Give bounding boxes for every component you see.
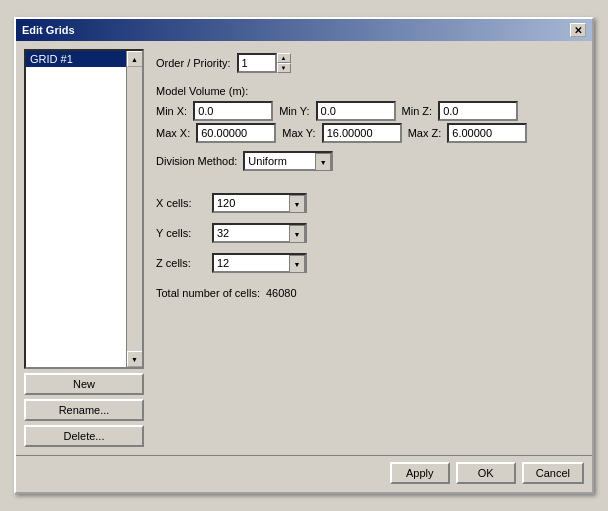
min-x-input[interactable] (193, 101, 273, 121)
delete-button[interactable]: Delete... (24, 425, 144, 447)
max-y-input[interactable] (322, 123, 402, 143)
max-x-input[interactable] (196, 123, 276, 143)
max-z-label: Max Z: (408, 127, 442, 139)
left-panel: GRID #1 ▲ ▼ New Rename... Delete... (24, 49, 144, 447)
model-volume-label: Model Volume (m): (156, 85, 248, 97)
order-increment-button[interactable]: ▲ (277, 53, 291, 63)
grid-list[interactable]: GRID #1 ▲ ▼ (24, 49, 144, 369)
z-cells-select[interactable]: 6 8 10 12 16 (212, 253, 307, 273)
min-y-label: Min Y: (279, 105, 309, 117)
z-cells-row: Z cells: 6 8 10 12 16 (156, 253, 580, 273)
scroll-down-button[interactable]: ▼ (127, 351, 143, 367)
min-x-label: Min X: (156, 105, 187, 117)
close-button[interactable]: ✕ (570, 23, 586, 37)
bottom-buttons: Apply OK Cancel (16, 455, 592, 492)
order-decrement-button[interactable]: ▼ (277, 63, 291, 73)
y-cells-row: Y cells: 16 24 32 48 64 (156, 223, 580, 243)
spacer (156, 179, 580, 187)
cancel-button[interactable]: Cancel (522, 462, 584, 484)
y-cells-select[interactable]: 16 24 32 48 64 (212, 223, 307, 243)
edit-grids-dialog: Edit Grids ✕ GRID #1 ▲ ▼ New Rename... D… (14, 17, 594, 494)
min-row: Min X: Min Y: Min Z: (156, 101, 580, 121)
y-cells-wrapper: 16 24 32 48 64 (212, 223, 307, 243)
y-cells-label: Y cells: (156, 227, 206, 239)
max-y-label: Max Y: (282, 127, 315, 139)
z-cells-wrapper: 6 8 10 12 16 (212, 253, 307, 273)
apply-button[interactable]: Apply (390, 462, 450, 484)
min-z-label: Min Z: (402, 105, 433, 117)
title-bar: Edit Grids ✕ (16, 19, 592, 41)
x-cells-label: X cells: (156, 197, 206, 209)
max-z-input[interactable] (447, 123, 527, 143)
right-panel: Order / Priority: ▲ ▼ Model Volume (m): … (152, 49, 584, 447)
total-cells-row: Total number of cells: 46080 (156, 287, 580, 299)
model-volume-section: Model Volume (m): Min X: Min Y: Min Z: M… (156, 81, 580, 145)
x-cells-row: X cells: 60 90 120 150 180 (156, 193, 580, 213)
max-x-label: Max X: (156, 127, 190, 139)
z-cells-label: Z cells: (156, 257, 206, 269)
dialog-body: GRID #1 ▲ ▼ New Rename... Delete... Orde… (16, 41, 592, 455)
max-row: Max X: Max Y: Max Z: (156, 123, 580, 143)
scrollbar[interactable]: ▲ ▼ (126, 51, 142, 367)
division-method-row: Division Method: Uniform Non-Uniform (156, 151, 580, 171)
x-cells-select[interactable]: 60 90 120 150 180 (212, 193, 307, 213)
min-z-input[interactable] (438, 101, 518, 121)
division-method-select[interactable]: Uniform Non-Uniform (243, 151, 333, 171)
rename-button[interactable]: Rename... (24, 399, 144, 421)
order-spinner: ▲ ▼ (237, 53, 291, 73)
model-volume-label-row: Model Volume (m): (156, 85, 580, 97)
list-item[interactable]: GRID #1 (26, 51, 142, 67)
scroll-up-button[interactable]: ▲ (127, 51, 143, 67)
dialog-title: Edit Grids (22, 24, 75, 36)
order-input[interactable] (237, 53, 277, 73)
total-cells-label: Total number of cells: (156, 287, 260, 299)
order-spinner-buttons: ▲ ▼ (277, 53, 291, 73)
total-cells-value: 46080 (266, 287, 297, 299)
x-cells-wrapper: 60 90 120 150 180 (212, 193, 307, 213)
order-label: Order / Priority: (156, 57, 231, 69)
order-row: Order / Priority: ▲ ▼ (156, 53, 580, 73)
division-method-wrapper: Uniform Non-Uniform (243, 151, 333, 171)
min-y-input[interactable] (316, 101, 396, 121)
division-method-label: Division Method: (156, 155, 237, 167)
ok-button[interactable]: OK (456, 462, 516, 484)
new-button[interactable]: New (24, 373, 144, 395)
